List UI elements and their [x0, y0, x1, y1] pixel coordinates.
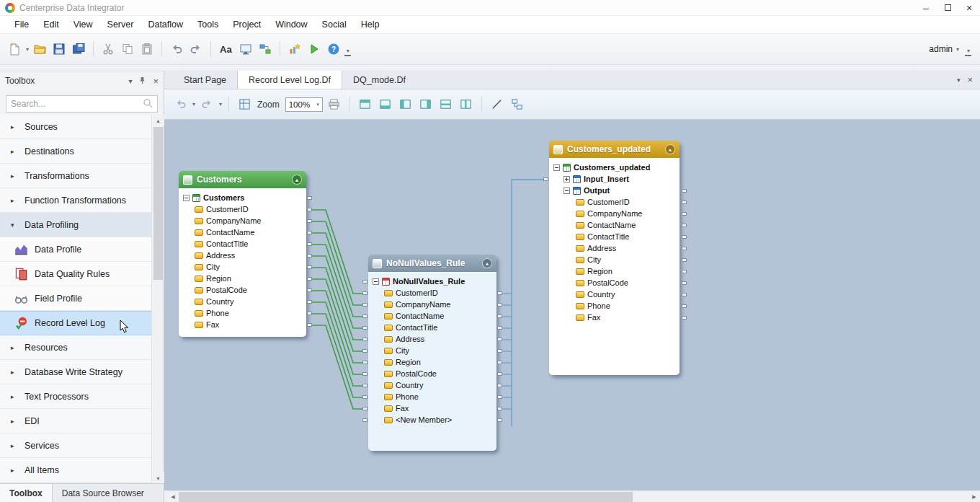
tab-list-icon[interactable]: ▾ [957, 76, 961, 84]
menu-social[interactable]: Social [315, 17, 354, 32]
node-header[interactable]: NoNullValues_Rule▲ [368, 255, 496, 272]
output-port[interactable] [497, 372, 502, 376]
undo-gray-button[interactable] [172, 96, 189, 113]
output-port[interactable] [307, 196, 312, 200]
input-port[interactable] [362, 280, 368, 283]
distribute-h-button[interactable] [437, 96, 455, 113]
doc-tab-dq-mode-df[interactable]: DQ_mode.Df [342, 71, 416, 89]
output-port[interactable] [307, 242, 312, 246]
output-port[interactable] [682, 247, 687, 250]
output-port[interactable] [307, 254, 312, 257]
font-button[interactable]: Aa [217, 44, 235, 55]
input-port[interactable] [362, 314, 368, 318]
tree-row[interactable]: City [549, 254, 680, 265]
tree-row[interactable]: CompanyName [549, 208, 680, 219]
tree-row[interactable]: ContactName [179, 226, 306, 238]
toolbox-section-function-transformations[interactable]: ▸Function Transformations [0, 188, 152, 213]
tree-row[interactable]: ContactTitle [368, 322, 496, 333]
tree-row[interactable]: CustomerID [368, 287, 496, 299]
bottom-tab-data-source-browser[interactable]: Data Source Browser [53, 484, 153, 502]
redo-button[interactable] [187, 40, 205, 58]
tree-row[interactable]: Region [179, 273, 306, 284]
toolbox-section-database-write-strategy[interactable]: ▸Database Write Strategy [0, 360, 152, 384]
output-port[interactable] [307, 277, 312, 281]
output-port[interactable] [307, 265, 312, 269]
tree-row[interactable]: PostalCode [179, 284, 306, 296]
output-port[interactable] [682, 316, 687, 320]
link-line-button[interactable] [489, 96, 506, 113]
toolbox-section-resources[interactable]: ▸Resources [0, 335, 152, 360]
scroll-right-icon[interactable]: ▶ [968, 491, 980, 502]
align-bottom-button[interactable] [377, 96, 394, 113]
job-monitor-button[interactable] [286, 40, 303, 58]
output-port[interactable] [497, 338, 502, 341]
tree-row[interactable]: ContactName [549, 219, 680, 231]
tree-row[interactable]: City [368, 345, 496, 356]
copy-button[interactable] [119, 40, 136, 58]
blue-mapping-bus[interactable] [512, 180, 543, 426]
toolbox-section-transformations[interactable]: ▸Transformations [0, 164, 152, 188]
output-port[interactable] [497, 291, 502, 295]
tree-row[interactable]: PostalCode [549, 277, 680, 289]
doc-tab-record-level-log-df[interactable]: Record Level Log.Df [237, 71, 342, 89]
chevron-down-icon[interactable]: ▾ [26, 46, 29, 53]
search-input[interactable] [11, 99, 143, 109]
toolbox-section-services[interactable]: ▸Services [0, 433, 152, 458]
output-port[interactable] [497, 303, 502, 307]
tree-row[interactable]: Phone [368, 391, 496, 402]
cut-button[interactable] [99, 40, 117, 58]
tab-close-icon[interactable]: × [967, 74, 973, 85]
collapse-icon[interactable] [564, 188, 570, 194]
output-port[interactable] [682, 270, 687, 273]
tree-row[interactable]: Output [549, 185, 680, 196]
tree-row[interactable]: Region [549, 265, 680, 277]
tree-row[interactable]: CompanyName [368, 299, 496, 310]
start-job-button[interactable] [306, 40, 323, 58]
input-port[interactable] [362, 418, 368, 422]
input-port[interactable] [543, 177, 548, 181]
menu-server[interactable]: Server [100, 17, 141, 32]
tree-row[interactable]: Address [179, 250, 306, 261]
tree-row[interactable]: NoNullValues_Rule [368, 276, 496, 287]
toolbar-options-icon[interactable]: ▾ [965, 48, 971, 56]
output-port[interactable] [307, 231, 312, 234]
tree-row[interactable]: Region [368, 356, 496, 368]
green-mapping-links[interactable] [312, 210, 362, 409]
tree-row[interactable]: Country [179, 296, 306, 307]
node-header[interactable]: Customers_updated▲ [549, 141, 680, 158]
toolbox-scrollbar[interactable]: ▲ ▼ [151, 115, 164, 484]
redo-gray-button[interactable] [198, 96, 215, 113]
undo-button[interactable] [168, 40, 185, 58]
collapse-button[interactable]: ▲ [482, 258, 492, 268]
toolbox-section-data-profiling[interactable]: ▾Data Profiling [0, 213, 152, 237]
menu-project[interactable]: Project [226, 17, 268, 32]
toolbox-item-data-profile[interactable]: Data Profile [0, 237, 152, 262]
output-port[interactable] [307, 289, 312, 292]
output-port[interactable] [682, 235, 687, 239]
expand-icon[interactable] [564, 176, 570, 182]
tree-row[interactable]: ContactTitle [549, 231, 680, 242]
menu-edit[interactable]: Edit [36, 17, 66, 32]
node-updated[interactable]: Customers_updated▲Customers_updatedInput… [549, 141, 680, 375]
output-port[interactable] [497, 395, 502, 399]
collapse-icon[interactable] [553, 164, 560, 171]
tree-row[interactable]: Country [549, 289, 680, 300]
output-port[interactable] [682, 201, 687, 204]
input-port[interactable] [362, 407, 368, 410]
tree-row[interactable]: City [179, 261, 306, 273]
open-button[interactable] [31, 40, 48, 58]
collapse-button[interactable]: ▲ [665, 144, 675, 154]
node-customers[interactable]: Customers▲CustomersCustomerIDCompanyName… [179, 171, 306, 337]
toolbox-section-destinations[interactable]: ▸Destinations [0, 139, 152, 164]
input-port[interactable] [362, 303, 368, 307]
input-port[interactable] [362, 338, 368, 341]
output-port[interactable] [497, 361, 502, 364]
menu-file[interactable]: File [7, 17, 36, 32]
auto-layout-button[interactable] [509, 96, 526, 113]
align-top-button[interactable] [357, 96, 374, 113]
toolbar-overflow-icon[interactable]: ▾ [344, 48, 351, 56]
output-port[interactable] [497, 349, 502, 353]
tree-row[interactable]: Customers_updated [549, 162, 680, 173]
tree-row[interactable]: ContactName [368, 310, 496, 322]
canvas-hscrollbar[interactable]: ◀ ▶ [167, 490, 980, 502]
